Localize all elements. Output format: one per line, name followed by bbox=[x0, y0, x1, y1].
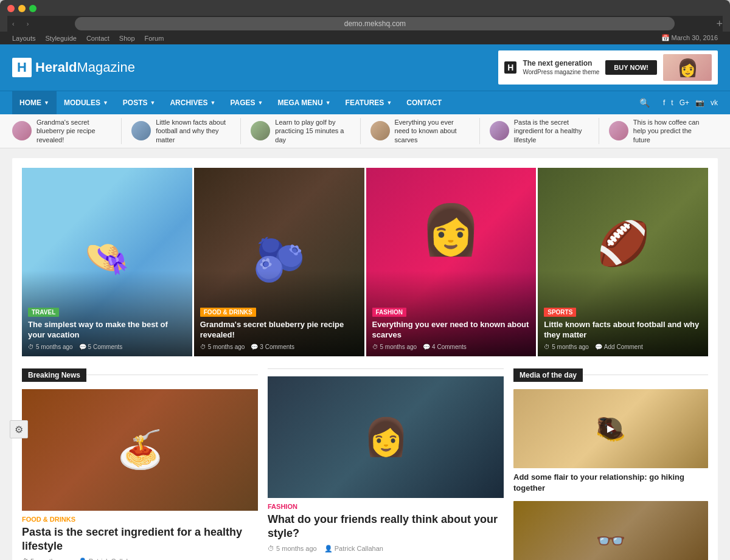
window-controls bbox=[7, 5, 723, 12]
media-hiking[interactable]: 🥾 ▶ Add some flair to your relationship:… bbox=[513, 389, 708, 494]
logo-text: HeraldMagazine bbox=[35, 60, 135, 75]
category-tag-fashion: FASHION bbox=[372, 308, 406, 317]
top-bar: Layouts Styleguide Contact Shop Forum 📅 … bbox=[0, 32, 730, 44]
instagram-icon[interactable]: 📷 bbox=[695, 99, 704, 107]
twitter-icon[interactable]: t bbox=[671, 99, 673, 107]
ticker-avatar-5 bbox=[490, 121, 509, 140]
featured-title-vacation: The simplest way to make the best of you… bbox=[28, 320, 186, 340]
article-image-pasta: 🍝 bbox=[22, 389, 258, 511]
url-bar[interactable]: demo.mekshq.com bbox=[75, 17, 675, 30]
media-image-hiking: 🥾 ▶ bbox=[513, 389, 708, 468]
article-friends-style[interactable]: 👩 FASHION What do your friends really th… bbox=[268, 376, 504, 553]
breaking-news-col2: 👩 FASHION What do your friends really th… bbox=[268, 368, 504, 560]
bottom-section: Breaking News 🍝 FOOD & DRINKS Pasta is t… bbox=[22, 368, 708, 560]
section-divider-2 bbox=[268, 368, 504, 369]
ticker-item-4[interactable]: Everything you ever need to known about … bbox=[361, 118, 480, 144]
ticker-avatar-2 bbox=[131, 121, 151, 140]
article-image-style: 👩 bbox=[268, 376, 504, 498]
article-cat-fashion: FASHION bbox=[268, 503, 504, 510]
featured-item-fashion[interactable]: FASHION Everything you ever need to know… bbox=[366, 168, 537, 356]
nav-home[interactable]: HOME ▼ bbox=[12, 91, 57, 114]
ad-banner: H The next generation WordPress magazine… bbox=[498, 50, 718, 85]
settings-gear-button[interactable]: ⚙ bbox=[10, 420, 28, 438]
facebook-icon[interactable]: f bbox=[663, 99, 665, 107]
vk-icon[interactable]: vk bbox=[711, 99, 718, 107]
main-content: TRAVEL The simplest way to make the best… bbox=[0, 148, 730, 560]
topbar-shop[interactable]: Shop bbox=[119, 35, 135, 42]
breaking-news-title: Breaking News bbox=[22, 368, 86, 382]
browser-nav: ‹ › bbox=[7, 20, 33, 27]
ticker-text-3: Learn to play golf by practicing 15 minu… bbox=[275, 118, 350, 144]
buy-now-button[interactable]: BUY NOW! bbox=[605, 60, 657, 75]
play-button[interactable]: ▶ bbox=[600, 418, 622, 440]
topbar-forum[interactable]: Forum bbox=[145, 35, 164, 42]
ad-image: 👩 bbox=[663, 54, 712, 81]
topbar-styleguide[interactable]: Styleguide bbox=[46, 35, 77, 42]
nav-contact[interactable]: CONTACT bbox=[399, 91, 449, 114]
ticker-avatar-4 bbox=[370, 121, 390, 140]
nav-posts[interactable]: POSTS ▼ bbox=[116, 91, 163, 114]
ticker-text-5: Pasta is the secret ingredient for a hea… bbox=[514, 118, 589, 144]
browser-window: ‹ › demo.mekshq.com + bbox=[0, 0, 730, 32]
category-tag-sports: SPORTS bbox=[544, 308, 576, 317]
nav-features[interactable]: FEATURES ▼ bbox=[338, 91, 400, 114]
nav-bar: HOME ▼ MODULES ▼ POSTS ▼ ARCHIVES ▼ PAGE… bbox=[0, 91, 730, 114]
nav-modules[interactable]: MODULES ▼ bbox=[57, 91, 116, 114]
maximize-window-button[interactable] bbox=[29, 5, 36, 12]
topbar-contact[interactable]: Contact bbox=[86, 35, 109, 42]
ticker-item-2[interactable]: Little known facts about football and wh… bbox=[122, 118, 241, 144]
close-window-button[interactable] bbox=[7, 5, 15, 12]
top-bar-links: Layouts Styleguide Contact Shop Forum bbox=[12, 35, 164, 42]
topbar-layouts[interactable]: Layouts bbox=[12, 35, 36, 42]
ticker-item-6[interactable]: This is how coffee can help you predict … bbox=[599, 118, 718, 144]
featured-title-fashion: Everything you ever need to known about … bbox=[372, 320, 530, 340]
featured-title-blueberry: Grandma's secret blueberry pie recipe re… bbox=[200, 320, 358, 340]
breaking-news-col1: Breaking News 🍝 FOOD & DRINKS Pasta is t… bbox=[22, 368, 258, 560]
featured-item-blueberry[interactable]: FOOD & DRINKS Grandma's secret blueberry… bbox=[194, 168, 364, 356]
ticker-avatar-3 bbox=[251, 121, 270, 140]
site-logo[interactable]: H HeraldMagazine bbox=[12, 58, 135, 77]
minimize-window-button[interactable] bbox=[18, 5, 26, 12]
article-pasta[interactable]: 🍝 FOOD & DRINKS Pasta is the secret ingr… bbox=[22, 389, 258, 560]
featured-overlay-vacation: TRAVEL The simplest way to make the best… bbox=[22, 271, 192, 356]
category-tag-travel: TRAVEL bbox=[28, 308, 59, 317]
section-divider bbox=[86, 375, 258, 375]
back-button[interactable]: ‹ bbox=[12, 20, 15, 27]
featured-meta-blueberry: ⏱ 5 months ago 💬 3 Comments bbox=[200, 344, 358, 350]
breaking-news-header-2 bbox=[268, 368, 504, 369]
ad-logo: H bbox=[504, 61, 516, 74]
article-title-pasta: Pasta is the secret ingredient for a hea… bbox=[22, 525, 258, 554]
featured-item-sports[interactable]: SPORTS Little known facts about football… bbox=[538, 168, 708, 356]
nav-social: f t G+ 📷 vk bbox=[663, 99, 718, 107]
ticker-item-3[interactable]: Learn to play golf by practicing 15 minu… bbox=[241, 118, 360, 144]
forward-button[interactable]: › bbox=[27, 20, 29, 27]
ticker-bar: Grandma's secret blueberry pie recipe re… bbox=[0, 114, 730, 148]
ad-logo-icon: H bbox=[504, 61, 516, 74]
featured-overlay-blueberry: FOOD & DRINKS Grandma's secret blueberry… bbox=[194, 271, 364, 356]
featured-grid: TRAVEL The simplest way to make the best… bbox=[22, 168, 708, 356]
new-tab-button[interactable]: + bbox=[716, 18, 723, 30]
article-meta-pasta: ⏱ 5 months ago 👤 Patrick Callahan bbox=[22, 558, 258, 560]
media-divider bbox=[583, 375, 708, 375]
nav-pages[interactable]: PAGES ▼ bbox=[223, 91, 270, 114]
search-icon[interactable]: 🔍 bbox=[639, 98, 650, 108]
media-title: Media of the day bbox=[513, 368, 583, 382]
googleplus-icon[interactable]: G+ bbox=[680, 99, 689, 107]
ticker-text-4: Everything you ever need to known about … bbox=[395, 118, 470, 144]
article-title-style: What do your friends really think about … bbox=[268, 513, 504, 541]
ticker-item-1[interactable]: Grandma's secret blueberry pie recipe re… bbox=[12, 118, 122, 144]
media-glasses[interactable]: 👓 📷 bbox=[513, 501, 708, 560]
top-bar-date: 📅 March 30, 2016 bbox=[661, 34, 718, 42]
ad-text: The next generation WordPress magazine t… bbox=[523, 59, 599, 77]
nav-archives[interactable]: ARCHIVES ▼ bbox=[162, 91, 223, 114]
media-header: Media of the day bbox=[513, 368, 708, 382]
ticker-text-2: Little known facts about football and wh… bbox=[156, 118, 231, 144]
nav-mega-menu[interactable]: MEGA MENU ▼ bbox=[270, 91, 338, 114]
featured-item-vacation[interactable]: TRAVEL The simplest way to make the best… bbox=[22, 168, 192, 356]
category-tag-food: FOOD & DRINKS bbox=[200, 308, 256, 317]
featured-overlay-fashion: FASHION Everything you ever need to know… bbox=[366, 271, 537, 356]
ticker-item-5[interactable]: Pasta is the secret ingredient for a hea… bbox=[480, 118, 599, 144]
article-meta-style: ⏱ 5 months ago 👤 Patrick Callahan bbox=[268, 545, 504, 553]
glasses-bg: 👓 bbox=[513, 501, 708, 560]
breaking-news-header: Breaking News bbox=[22, 368, 258, 382]
